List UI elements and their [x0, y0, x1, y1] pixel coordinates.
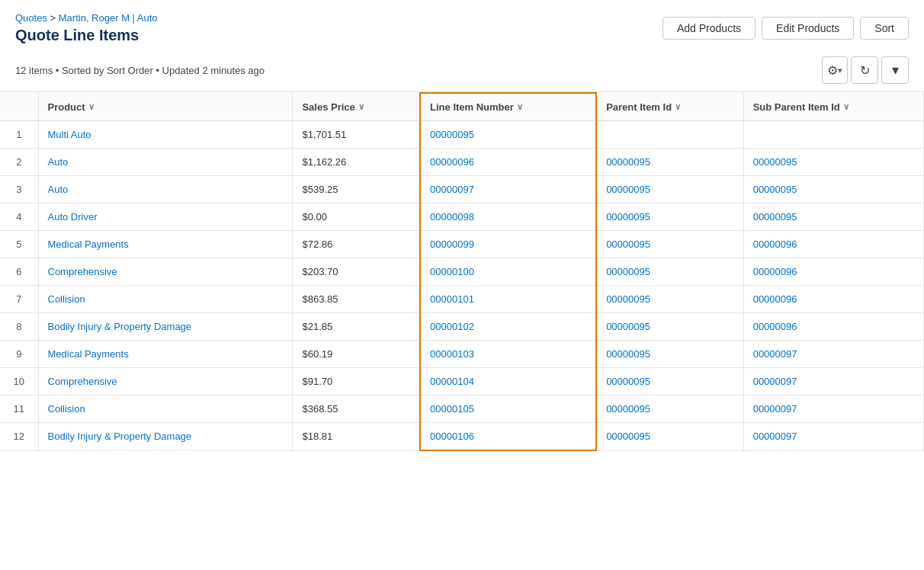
cell-line-item-number[interactable]: 00000102	[420, 313, 596, 341]
col-header-sub-parent-item-id[interactable]: Sub Parent Item Id ∨	[743, 93, 923, 121]
sub-parent-item-id-link[interactable]: 00000097	[753, 348, 797, 360]
sub-parent-item-id-link[interactable]: 00000097	[753, 403, 797, 415]
cell-product[interactable]: Collision	[38, 395, 293, 423]
cell-product[interactable]: Comprehensive	[38, 258, 293, 286]
product-link[interactable]: Medical Payments	[48, 348, 129, 360]
col-header-line-item-number[interactable]: Line Item Number ∨	[420, 93, 596, 121]
line-item-number-link[interactable]: 00000100	[430, 266, 474, 277]
cell-parent-item-id[interactable]: 00000095	[596, 258, 743, 286]
cell-product[interactable]: Medical Payments	[38, 341, 293, 368]
cell-sub-parent-item-id[interactable]: 00000095	[743, 149, 923, 176]
cell-sub-parent-item-id[interactable]: 00000096	[743, 258, 923, 286]
cell-line-item-number[interactable]: 00000100	[420, 258, 596, 286]
cell-product[interactable]: Auto	[38, 176, 293, 203]
parent-item-id-link[interactable]: 00000095	[606, 293, 650, 305]
parent-item-id-link[interactable]: 00000095	[606, 156, 650, 168]
cell-product[interactable]: Collision	[38, 286, 293, 313]
col-header-sales-price[interactable]: Sales Price ∨	[293, 93, 420, 121]
line-item-number-link[interactable]: 00000101	[430, 293, 474, 305]
sub-parent-item-id-link[interactable]: 00000097	[753, 376, 797, 387]
cell-product[interactable]: Bodily Injury & Property Damage	[38, 313, 293, 341]
product-link[interactable]: Auto	[48, 184, 69, 195]
line-item-number-link[interactable]: 00000097	[430, 184, 474, 195]
product-link[interactable]: Bodily Injury & Property Damage	[48, 431, 192, 442]
cell-sub-parent-item-id[interactable]: 00000096	[743, 286, 923, 313]
parent-item-id-link[interactable]: 00000095	[606, 376, 650, 387]
cell-parent-item-id[interactable]: 00000095	[596, 423, 743, 451]
product-link[interactable]: Comprehensive	[48, 376, 117, 387]
cell-sub-parent-item-id[interactable]: 00000095	[743, 176, 923, 203]
sub-parent-item-id-link[interactable]: 00000096	[753, 321, 797, 332]
cell-sub-parent-item-id[interactable]: 00000097	[743, 341, 923, 368]
line-item-number-link[interactable]: 00000098	[430, 211, 474, 223]
refresh-button[interactable]: ↻	[851, 56, 878, 84]
sub-parent-item-id-link[interactable]: 00000096	[753, 293, 797, 305]
sub-parent-item-id-link[interactable]: 00000095	[753, 156, 797, 168]
cell-sub-parent-item-id[interactable]: 00000095	[743, 203, 923, 231]
cell-sub-parent-item-id[interactable]: 00000097	[743, 423, 923, 451]
cell-product[interactable]: Auto	[38, 149, 293, 176]
line-item-number-link[interactable]: 00000104	[430, 376, 474, 387]
parent-item-id-link[interactable]: 00000095	[606, 184, 650, 195]
parent-item-id-link[interactable]: 00000095	[606, 431, 650, 442]
cell-line-item-number[interactable]: 00000106	[420, 423, 596, 451]
add-products-button[interactable]: Add Products	[663, 17, 756, 40]
product-link[interactable]: Collision	[48, 293, 85, 305]
filter-button[interactable]: ▾	[881, 56, 909, 84]
product-link[interactable]: Medical Payments	[48, 239, 129, 250]
line-item-number-link[interactable]: 00000106	[430, 431, 474, 442]
cell-sub-parent-item-id[interactable]: 00000097	[743, 395, 923, 423]
cell-line-item-number[interactable]: 00000096	[420, 149, 596, 176]
sub-parent-item-id-link[interactable]: 00000096	[753, 266, 797, 277]
parent-item-id-link[interactable]: 00000095	[606, 239, 650, 250]
cell-line-item-number[interactable]: 00000098	[420, 203, 596, 231]
cell-product[interactable]: Multi Auto	[38, 121, 293, 149]
breadcrumb-client[interactable]: Martin, Roger M | Auto	[59, 12, 158, 24]
parent-item-id-link[interactable]: 00000095	[606, 348, 650, 360]
cell-sub-parent-item-id[interactable]: 00000097	[743, 368, 923, 395]
line-item-number-link[interactable]: 00000096	[430, 156, 474, 168]
sub-parent-item-id-link[interactable]: 00000097	[753, 431, 797, 442]
cell-product[interactable]: Auto Driver	[38, 203, 293, 231]
line-item-number-link[interactable]: 00000105	[430, 403, 474, 415]
line-item-number-link[interactable]: 00000102	[430, 321, 474, 332]
sub-parent-item-id-link[interactable]: 00000095	[753, 211, 797, 223]
cell-line-item-number[interactable]: 00000101	[420, 286, 596, 313]
cell-parent-item-id[interactable]: 00000095	[596, 313, 743, 341]
col-header-parent-item-id[interactable]: Parent Item Id ∨	[596, 93, 743, 121]
cell-line-item-number[interactable]: 00000097	[420, 176, 596, 203]
cell-product[interactable]: Bodily Injury & Property Damage	[38, 423, 293, 451]
cell-parent-item-id[interactable]: 00000095	[596, 231, 743, 258]
gear-settings-button[interactable]: ⚙ ▾	[822, 56, 848, 84]
product-link[interactable]: Multi Auto	[48, 129, 91, 140]
line-item-number-link[interactable]: 00000095	[430, 129, 474, 140]
col-header-product[interactable]: Product ∨	[38, 93, 293, 121]
cell-line-item-number[interactable]: 00000104	[420, 368, 596, 395]
sub-parent-item-id-link[interactable]: 00000096	[753, 239, 797, 250]
product-link[interactable]: Comprehensive	[48, 266, 117, 277]
parent-item-id-link[interactable]: 00000095	[606, 403, 650, 415]
cell-parent-item-id[interactable]: 00000095	[596, 203, 743, 231]
product-link[interactable]: Collision	[48, 403, 85, 415]
cell-sub-parent-item-id[interactable]: 00000096	[743, 313, 923, 341]
cell-product[interactable]: Medical Payments	[38, 231, 293, 258]
parent-item-id-link[interactable]: 00000095	[606, 266, 650, 277]
sort-button[interactable]: Sort	[860, 17, 909, 40]
cell-sub-parent-item-id[interactable]: 00000096	[743, 231, 923, 258]
parent-item-id-link[interactable]: 00000095	[606, 321, 650, 332]
cell-parent-item-id[interactable]: 00000095	[596, 176, 743, 203]
product-link[interactable]: Auto	[48, 156, 69, 168]
cell-line-item-number[interactable]: 00000103	[420, 341, 596, 368]
parent-item-id-link[interactable]: 00000095	[606, 211, 650, 223]
cell-parent-item-id[interactable]: 00000095	[596, 341, 743, 368]
breadcrumb-quotes[interactable]: Quotes	[15, 12, 47, 24]
line-item-number-link[interactable]: 00000099	[430, 239, 474, 250]
cell-parent-item-id[interactable]: 00000095	[596, 368, 743, 395]
sub-parent-item-id-link[interactable]: 00000095	[753, 184, 797, 195]
cell-parent-item-id[interactable]: 00000095	[596, 286, 743, 313]
cell-line-item-number[interactable]: 00000105	[420, 395, 596, 423]
product-link[interactable]: Bodily Injury & Property Damage	[48, 321, 192, 332]
line-item-number-link[interactable]: 00000103	[430, 348, 474, 360]
cell-line-item-number[interactable]: 00000099	[420, 231, 596, 258]
cell-parent-item-id[interactable]: 00000095	[596, 395, 743, 423]
